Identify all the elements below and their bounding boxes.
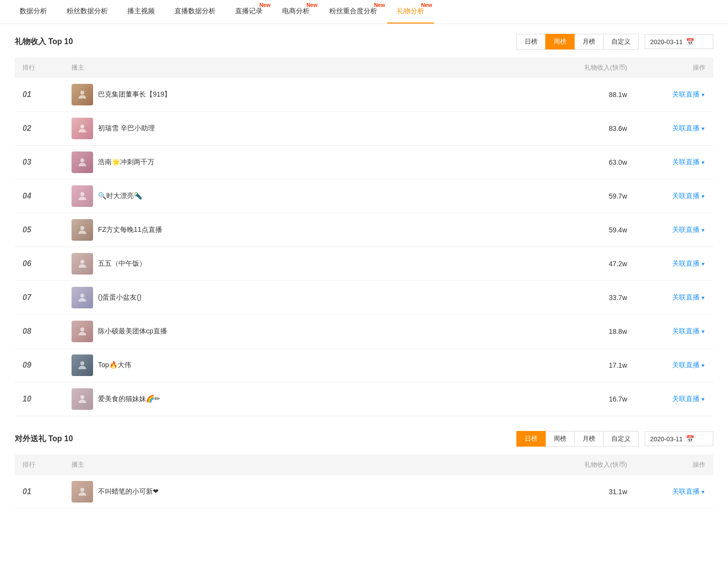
section2-title: 对外送礼 Top 10 — [15, 434, 73, 444]
svg-point-8 — [80, 361, 84, 365]
nav-item-fans-analysis[interactable]: 粉丝数据分析 — [57, 0, 118, 24]
rank-number: 08 — [23, 327, 31, 335]
streamer-name: 巴克集团董事长【919】 — [98, 90, 171, 99]
section2-filter-周榜[interactable]: 周榜 — [545, 431, 575, 447]
streamer-cell-td: 不叫蜡笔的小可新❤ — [64, 475, 537, 509]
nav-item-data-analysis[interactable]: 数据分析 — [10, 0, 57, 24]
associated-live-button[interactable]: 关联直播 ▼ — [643, 293, 705, 302]
streamer-cell-td: Top🔥大伟 — [64, 349, 537, 382]
section1-filter-group: 日榜周榜月榜自定义 — [516, 34, 639, 50]
gift-value-cell: 33.7w — [537, 281, 635, 315]
chevron-down-icon: ▼ — [701, 92, 705, 98]
associated-live-button[interactable]: 关联直播 ▼ — [643, 192, 705, 201]
nav-item-live-record[interactable]: 直播记录New — [225, 0, 272, 24]
new-badge-fans-overlap: New — [374, 2, 385, 8]
nav-item-live-analysis[interactable]: 直播数据分析 — [165, 0, 225, 24]
action-cell: 关联直播 ▼ — [635, 315, 713, 349]
associated-live-button[interactable]: 关联直播 ▼ — [643, 395, 705, 403]
gift-value: 88.1w — [609, 91, 627, 99]
streamer-cell-td: 巴克集团董事长【919】 — [64, 78, 537, 112]
col-rank-2: 排行 — [15, 454, 64, 475]
section1-filter-日榜[interactable]: 日榜 — [516, 34, 546, 50]
col-rank-1: 排行 — [15, 57, 64, 78]
chevron-down-icon: ▼ — [701, 261, 705, 267]
streamer-cell-td: 五五（中午饭） — [64, 247, 537, 281]
svg-point-1 — [80, 125, 84, 128]
rank-number: 07 — [23, 293, 31, 302]
gift-value: 17.1w — [609, 361, 627, 369]
nav-item-streamer-video[interactable]: 播主视频 — [118, 0, 165, 24]
associated-live-button[interactable]: 关联直播 ▼ — [643, 226, 705, 234]
action-cell: 关联直播 ▼ — [635, 78, 713, 112]
streamer-name: FZ方丈每晚11点直播 — [98, 226, 162, 234]
associated-live-button[interactable]: 关联直播 ▼ — [643, 487, 705, 496]
top-nav: 数据分析粉丝数据分析播主视频直播数据分析直播记录New电商分析New粉丝重合度分… — [0, 0, 728, 24]
gift-value-cell: 17.1w — [537, 349, 635, 382]
avatar — [72, 219, 93, 241]
col-gift-2: 礼物收入(快币) — [537, 454, 635, 475]
rank-cell: 10 — [15, 382, 64, 416]
rank-cell: 08 — [15, 315, 64, 349]
streamer-name: ()蛋蛋小盆友() — [98, 293, 142, 302]
streamer-cell-td: 陈小硕最美团体cp直播 — [64, 315, 537, 349]
rank-number: 06 — [23, 259, 31, 268]
associated-live-button[interactable]: 关联直播 ▼ — [643, 327, 705, 336]
section2-table: 排行 播主 礼物收入(快币) 操作 01不叫蜡笔的小可新❤31.1w关联直播 ▼ — [15, 454, 713, 509]
section1-filter-周榜[interactable]: 周榜 — [545, 34, 575, 50]
chevron-down-icon: ▼ — [701, 329, 705, 334]
nav-item-ecommerce[interactable]: 电商分析New — [272, 0, 319, 24]
rank-number: 01 — [23, 90, 31, 99]
avatar — [72, 84, 93, 105]
streamer-name: 🔍时大漂亮🔦 — [98, 192, 142, 201]
section2-filter-月榜[interactable]: 月榜 — [574, 431, 604, 447]
col-gift-1: 礼物收入(快币) — [537, 57, 635, 78]
streamer-name: 初瑞雪 辛巴小助理 — [98, 124, 155, 133]
streamer-name: Top🔥大伟 — [98, 361, 131, 370]
avatar — [72, 151, 93, 173]
chevron-down-icon: ▼ — [701, 126, 705, 131]
rank-number: 10 — [23, 395, 31, 403]
section1-filter-月榜[interactable]: 月榜 — [574, 34, 604, 50]
table-row: 07()蛋蛋小盆友()33.7w关联直播 ▼ — [15, 281, 713, 315]
gift-send-section: 对外送礼 Top 10 日榜周榜月榜自定义 2020-03-11 📅 排行 播主… — [15, 431, 713, 509]
section1-filter-自定义[interactable]: 自定义 — [603, 34, 639, 50]
gift-value: 18.8w — [609, 327, 627, 335]
content: 礼物收入 Top 10 日榜周榜月榜自定义 2020-03-11 📅 排行 播主… — [0, 24, 728, 533]
rank-cell: 09 — [15, 349, 64, 382]
rank-number: 04 — [23, 192, 31, 200]
table-row: 10爱美食的猫妹妹🌈✏16.7w关联直播 ▼ — [15, 382, 713, 416]
col-action-1: 操作 — [635, 57, 713, 78]
action-cell: 关联直播 ▼ — [635, 349, 713, 382]
gift-value: 16.7w — [609, 395, 627, 403]
gift-value-cell: 59.7w — [537, 179, 635, 213]
associated-live-button[interactable]: 关联直播 ▼ — [643, 90, 705, 99]
section2-filter-日榜[interactable]: 日榜 — [516, 431, 546, 447]
nav-item-gift-analysis[interactable]: 礼物分析New — [387, 0, 434, 24]
rank-number: 03 — [23, 158, 31, 166]
streamer-cell-td: 初瑞雪 辛巴小助理 — [64, 112, 537, 146]
gift-value: 47.2w — [609, 260, 627, 268]
section2-filter-自定义[interactable]: 自定义 — [603, 431, 639, 447]
chevron-down-icon: ▼ — [701, 295, 705, 301]
avatar — [72, 354, 93, 376]
associated-live-button[interactable]: 关联直播 ▼ — [643, 158, 705, 167]
rank-number: 01 — [23, 487, 31, 496]
rank-cell: 01 — [15, 475, 64, 509]
action-cell: 关联直播 ▼ — [635, 179, 713, 213]
streamer-name: 陈小硕最美团体cp直播 — [98, 327, 167, 336]
section2-header: 对外送礼 Top 10 日榜周榜月榜自定义 2020-03-11 📅 — [15, 431, 713, 447]
avatar — [72, 481, 93, 503]
action-cell: 关联直播 ▼ — [635, 213, 713, 247]
gift-value-cell: 88.1w — [537, 78, 635, 112]
associated-live-button[interactable]: 关联直播 ▼ — [643, 361, 705, 370]
col-action-2: 操作 — [635, 454, 713, 475]
table-row: 02初瑞雪 辛巴小助理83.6w关联直播 ▼ — [15, 112, 713, 146]
svg-point-9 — [80, 395, 84, 399]
streamer-name: 不叫蜡笔的小可新❤ — [98, 487, 159, 496]
rank-cell: 06 — [15, 247, 64, 281]
gift-value: 31.1w — [609, 488, 627, 496]
associated-live-button[interactable]: 关联直播 ▼ — [643, 259, 705, 268]
associated-live-button[interactable]: 关联直播 ▼ — [643, 124, 705, 133]
rank-number: 09 — [23, 361, 31, 369]
nav-item-fans-overlap[interactable]: 粉丝重合度分析New — [319, 0, 387, 24]
